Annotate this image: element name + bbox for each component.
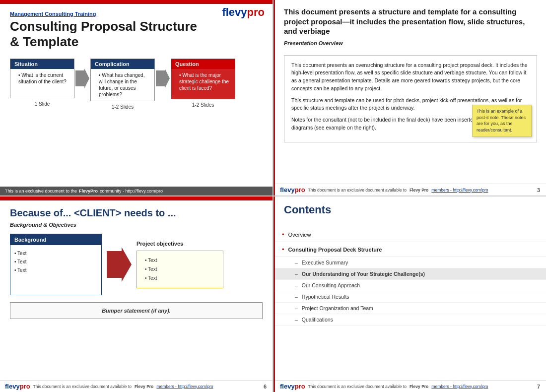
slide4-footer: flevypro This document is an exclusive d… — [275, 380, 546, 392]
slide3-obj-item-3: Text — [145, 274, 215, 283]
slide3-bg-item-1: Text — [14, 249, 97, 258]
toc-sub-qual: – Qualifications — [275, 314, 546, 326]
logo-pro: pro — [247, 6, 265, 18]
toc-dash-qual: – — [295, 317, 298, 323]
svg-marker-1 — [156, 68, 170, 88]
slide2-content-box: This document presents an overarching st… — [284, 55, 537, 142]
slide1-top-bar — [0, 0, 273, 4]
slide3-objectives: Project objectives Text Text Text — [136, 241, 223, 288]
box-header-complication: Complication — [91, 59, 154, 69]
toc-text-structure: Consulting Proposal Deck Structure — [288, 247, 382, 253]
slide2-footer-logo: flevypro — [280, 186, 305, 194]
toc-bullet-structure: • — [282, 246, 284, 253]
toc-text-approach: Our Consulting Approach — [302, 282, 360, 288]
slide3-bg-item-2: Text — [14, 258, 97, 266]
slide3-bumper: Bumper statement (if any). — [10, 302, 263, 319]
slide-1: flevypro Management Consulting Training … — [0, 0, 273, 196]
slide1-footer-url: community - http://flevy.com/pro — [100, 189, 163, 194]
flow-item-situation: Situation What is the current situation … — [10, 59, 74, 107]
box-body-situation: What is the current situation of the cli… — [10, 69, 74, 88]
slide-count-situation: 1 Slide — [10, 101, 74, 107]
box-body-question: What is the major strategic challenge th… — [171, 69, 235, 99]
flow-box-question: Question What is the major strategic cha… — [171, 59, 235, 99]
toc-text-exec: Executive Summary — [302, 260, 348, 265]
toc-dash-team: – — [295, 305, 298, 311]
slide2-footer-bold: Flevy Pro — [410, 188, 428, 193]
slide3-bg-box: Background Text Text Text — [10, 234, 102, 295]
toc-sub-exec: – Executive Summary — [275, 257, 546, 268]
flow-arrow-2 — [155, 68, 171, 88]
slide4-title: Contents — [284, 203, 536, 216]
slide2-postit: This is an example of a post-it note. Th… — [472, 105, 532, 136]
flow-box-situation: Situation What is the current situation … — [10, 59, 74, 98]
toc-sub-results: – Hypothetical Results — [275, 291, 546, 303]
slide3-bg-item-3: Text — [14, 266, 97, 274]
toc-bullet-overview: • — [282, 231, 284, 238]
slide4-footer-bold: Flevy Pro — [410, 384, 428, 389]
slide3-obj-item-2: Text — [145, 265, 215, 274]
toc-text-understanding: Our Understanding of Your Strategic Chal… — [302, 271, 425, 277]
box-header-situation: Situation — [10, 59, 74, 69]
toc-text-overview: Overview — [288, 232, 311, 238]
slide3-obj-label: Project objectives — [136, 241, 183, 247]
box-header-question: Question — [171, 59, 235, 69]
logo-flevy: flevy — [222, 6, 247, 18]
slide3-top-bar — [0, 196, 273, 200]
slide3-bg-header: Background — [10, 234, 101, 245]
slide4-footer-logo: flevypro — [280, 383, 305, 390]
slide3-footer-bold: Flevy Pro — [135, 384, 153, 389]
slide2-page-num: 3 — [537, 187, 540, 193]
toc-item-overview: • Overview — [275, 227, 546, 242]
slide1-footer: This is an exclusive document to the Fle… — [0, 187, 273, 196]
slide-count-complication: 1-2 Slides — [90, 104, 155, 110]
slide2-section-label: Presentation Overview — [284, 40, 536, 46]
slide2-footer-url[interactable]: members - http://flevy.com/pro — [431, 188, 488, 193]
slide2-footer-doc: This document is an exclusive document a… — [308, 188, 407, 193]
slide3-obj-box: Text Text Text — [136, 251, 223, 288]
toc-dash-results: – — [295, 294, 298, 300]
slide3-diagram: Background Text Text Text Project object… — [10, 234, 263, 295]
slide-3: Because of... <CLIENT> needs to ... Back… — [0, 196, 273, 392]
flow-item-complication: Complication What has changed, will chan… — [90, 59, 155, 110]
slide1-logo: flevypro — [222, 6, 265, 19]
flow-arrow-1 — [74, 68, 90, 88]
slide2-top: This document presents a structure and t… — [275, 0, 546, 55]
toc-dash-approach: – — [295, 282, 298, 288]
slide3-arrow — [107, 247, 132, 282]
slide3-content: Because of... <CLIENT> needs to ... Back… — [0, 200, 273, 339]
slide3-footer: flevypro This document is an exclusive d… — [0, 380, 273, 392]
slide-4: Contents • Overview • Consulting Proposa… — [273, 196, 546, 392]
slide3-section-label: Background & Objectives — [10, 222, 263, 228]
slide4-top: Contents — [275, 196, 546, 227]
slide4-footer-doc: This document is an exclusive document a… — [308, 384, 407, 389]
toc-text-results: Hypothetical Results — [302, 294, 349, 300]
flow-box-complication: Complication What has changed, will chan… — [90, 59, 155, 101]
slide3-footer-doc: This document is an exclusive document a… — [33, 384, 132, 389]
slide3-title: Because of... <CLIENT> needs to ... — [10, 207, 263, 219]
slide4-footer-url[interactable]: members - http://flevy.com/pro — [431, 384, 488, 389]
toc-item-structure: • Consulting Proposal Deck Structure — [275, 242, 546, 257]
slide3-footer-logo: flevypro — [5, 383, 30, 390]
slide3-page-num: 6 — [264, 384, 267, 390]
toc-text-team: Project Organization and Team — [302, 305, 373, 311]
slide2-para1: This document presents an overarching st… — [291, 62, 530, 93]
slide2-footer: flevypro This document is an exclusive d… — [275, 184, 546, 196]
slide1-main-title: Consulting Proposal Structure& Template — [10, 19, 263, 50]
svg-marker-2 — [107, 247, 132, 282]
slide1-flow: Situation What is the current situation … — [10, 59, 263, 110]
box-body-complication: What has changed, will change in the fut… — [91, 69, 154, 101]
slide1-footer-text: This is an exclusive document to the — [5, 189, 77, 194]
toc-sub-approach: – Our Consulting Approach — [275, 280, 546, 291]
slide3-footer-url[interactable]: members - http://flevy.com/pro — [156, 384, 213, 389]
slide3-obj-item-1: Text — [145, 256, 215, 265]
slide-2: This document presents a structure and t… — [273, 0, 546, 196]
slide4-toc: • Overview • Consulting Proposal Deck St… — [275, 227, 546, 326]
svg-marker-0 — [75, 68, 89, 88]
slide2-big-title: This document presents a structure and t… — [284, 7, 536, 36]
toc-text-qual: Qualifications — [302, 317, 333, 323]
slide4-page-num: 7 — [537, 384, 540, 390]
slide-count-question: 1-2 Slides — [171, 102, 235, 108]
toc-dash-exec: – — [295, 260, 298, 265]
slide3-bg-body: Text Text Text — [10, 245, 101, 295]
toc-dash-understanding: – — [295, 271, 298, 277]
